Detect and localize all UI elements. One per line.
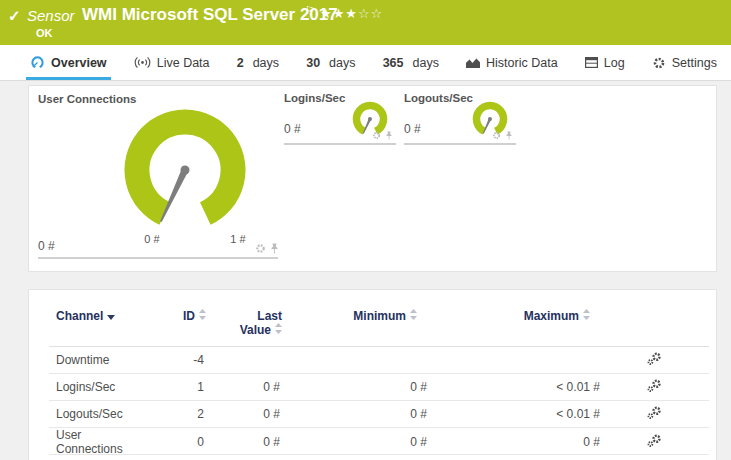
gear-icon[interactable] — [492, 131, 501, 140]
pin-icon[interactable] — [385, 131, 393, 140]
tab-365-days[interactable]: 365 days — [379, 45, 443, 80]
gear-icon[interactable] — [255, 243, 266, 254]
channel-settings-gears-icon[interactable] — [647, 352, 662, 366]
channel-last-value: 0 # — [206, 435, 282, 449]
channel-id: -4 — [153, 353, 206, 367]
live-signal-icon — [134, 56, 151, 69]
priority-stars[interactable]: ★★★☆☆ — [320, 6, 383, 21]
channel-settings-gears-icon[interactable] — [647, 434, 662, 448]
channel-id: 0 — [153, 435, 206, 449]
channel-settings-gears-icon[interactable] — [647, 406, 662, 420]
primary-gauge-actions — [255, 243, 279, 254]
channel-table-header: Channel ID Last Value Minimum Maximum — [49, 290, 709, 347]
status-ok-check-icon: ✓ — [8, 7, 21, 25]
column-header-id[interactable]: ID — [153, 309, 206, 346]
tab-historic-data[interactable]: Historic Data — [462, 45, 562, 80]
channel-last-value: 0 # — [206, 407, 282, 421]
gauges-panel: User Connections 0 # 1 # 0 # Logins/Sec … — [28, 85, 717, 272]
tab-live-data[interactable]: Live Data — [130, 45, 214, 80]
column-header-maximum[interactable]: Maximum — [429, 309, 602, 346]
pin-icon[interactable] — [270, 243, 279, 254]
gear-icon[interactable] — [372, 131, 381, 140]
channel-name: Logins/Sec — [49, 380, 153, 394]
divider — [404, 143, 516, 145]
area-chart-icon — [466, 57, 480, 68]
channel-minimum: 0 # — [282, 407, 429, 421]
logouts-gauge-title: Logouts/Sec — [404, 92, 473, 104]
channel-name: Logouts/Sec — [49, 407, 153, 421]
gear-icon — [652, 56, 666, 70]
tab-30-days[interactable]: 30 days — [302, 45, 359, 80]
user-connections-gauge — [100, 96, 270, 246]
divider — [38, 257, 278, 259]
channel-name: Downtime — [49, 353, 153, 367]
table-row-logouts-sec: Logouts/Sec 2 0 # 0 # < 0.01 # — [49, 401, 709, 428]
channel-id: 1 — [153, 380, 206, 394]
primary-gauge-scale-min: 0 # — [129, 233, 175, 245]
channel-maximum: 0 # — [429, 435, 602, 449]
gauge-icon — [30, 55, 45, 70]
column-header-actions — [602, 309, 709, 346]
tab-overview[interactable]: Overview — [26, 45, 111, 80]
priority-flag-icon[interactable]: ⚐ — [305, 4, 315, 17]
sort-icon — [199, 309, 206, 320]
channel-table-panel: Channel ID Last Value Minimum Maximum Do… — [28, 289, 717, 460]
sort-icon — [583, 309, 590, 320]
stars-empty[interactable]: ☆☆ — [358, 6, 383, 21]
channel-settings-gears-icon[interactable] — [647, 379, 662, 393]
column-header-minimum[interactable]: Minimum — [282, 309, 429, 346]
sort-desc-icon — [107, 315, 115, 320]
stars-filled[interactable]: ★★★ — [320, 6, 358, 21]
channel-id: 2 — [153, 407, 206, 421]
channel-maximum: < 0.01 # — [429, 380, 602, 394]
sort-icon — [275, 323, 282, 334]
status-badge: OK — [36, 27, 53, 39]
sort-icon — [410, 309, 417, 320]
table-row-logins-sec: Logins/Sec 1 0 # 0 # < 0.01 # — [49, 374, 709, 401]
tab-bar: Overview Live Data 2 days 30 days 365 da… — [0, 45, 731, 81]
object-kind-label: Sensor — [27, 7, 75, 24]
logouts-gauge-value: 0 # — [404, 122, 421, 136]
tab-settings[interactable]: Settings — [648, 45, 721, 80]
log-list-icon — [585, 57, 598, 68]
channel-last-value: 0 # — [206, 380, 282, 394]
channel-maximum: < 0.01 # — [429, 407, 602, 421]
logouts-gauge-actions — [492, 131, 513, 140]
column-header-channel[interactable]: Channel — [49, 309, 153, 346]
sensor-header: ✓ Sensor WMI Microsoft SQL Server 2017 ⚐… — [0, 0, 731, 45]
logins-gauge-title: Logins/Sec — [284, 92, 345, 104]
channel-name: User Connections — [49, 428, 153, 456]
tab-log[interactable]: Log — [581, 45, 629, 80]
primary-gauge-value: 0 # — [38, 239, 55, 253]
pin-icon[interactable] — [505, 131, 513, 140]
table-row-downtime: Downtime -4 — [49, 347, 709, 374]
logins-gauge-actions — [372, 131, 393, 140]
gauge-needle — [160, 169, 188, 223]
divider — [284, 143, 396, 145]
prtg-sensor-overview-page: ✓ Sensor WMI Microsoft SQL Server 2017 ⚐… — [0, 0, 731, 460]
channel-minimum: 0 # — [282, 435, 429, 449]
table-row-user-connections: User Connections 0 0 # 0 # 0 # — [49, 428, 709, 455]
logins-gauge-value: 0 # — [284, 122, 301, 136]
page-title: WMI Microsoft SQL Server 2017 — [82, 5, 338, 25]
channel-minimum: 0 # — [282, 380, 429, 394]
tab-2-days[interactable]: 2 days — [233, 45, 283, 80]
column-header-last-value[interactable]: Last Value — [206, 309, 282, 346]
